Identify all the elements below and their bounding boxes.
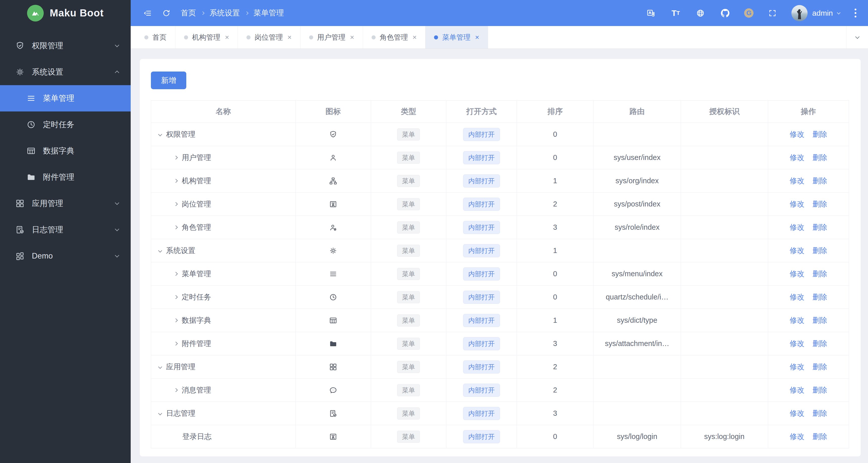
sidebar-item-grid-alt[interactable]: Demo	[0, 243, 131, 269]
edit-link[interactable]: 修改	[789, 293, 804, 301]
tab-dot	[184, 35, 188, 39]
expand-right-icon[interactable]	[174, 156, 178, 160]
delete-link[interactable]: 删除	[812, 386, 827, 394]
expand-down-icon[interactable]	[158, 132, 162, 136]
delete-link[interactable]: 删除	[812, 293, 827, 301]
expand-right-icon[interactable]	[174, 202, 178, 206]
column-header: 操作	[768, 100, 849, 123]
sidebar-item-gear[interactable]: 系统设置	[0, 59, 131, 85]
edit-link[interactable]: 修改	[789, 223, 804, 231]
sort-value: 2	[517, 379, 593, 402]
edit-link[interactable]: 修改	[789, 432, 804, 440]
expand-right-icon[interactable]	[174, 295, 178, 299]
close-icon[interactable]: ×	[287, 34, 291, 41]
expand-down-icon[interactable]	[158, 365, 162, 369]
close-icon[interactable]: ×	[412, 34, 416, 41]
edit-link[interactable]: 修改	[789, 339, 804, 347]
delete-link[interactable]: 删除	[812, 153, 827, 161]
type-badge: 菜单	[397, 431, 420, 443]
edit-link[interactable]: 修改	[789, 386, 804, 394]
fold-menu-button[interactable]	[142, 7, 153, 19]
route-value: sys/attachment/in…	[593, 332, 681, 355]
edit-link[interactable]: 修改	[789, 316, 804, 324]
breadcrumb-item[interactable]: 系统设置	[210, 8, 240, 18]
edit-link[interactable]: 修改	[789, 270, 804, 278]
breadcrumb: 首页系统设置菜单管理	[181, 8, 284, 18]
expand-right-icon[interactable]	[174, 179, 178, 183]
delete-link[interactable]: 删除	[812, 270, 827, 278]
fullscreen-button[interactable]	[767, 7, 778, 19]
expand-down-icon[interactable]	[158, 249, 162, 253]
sidebar-item-label: 数据字典	[43, 146, 119, 156]
expand-right-icon[interactable]	[174, 318, 178, 322]
sidebar-item-doc-check[interactable]: 日志管理	[0, 217, 131, 243]
expand-right-icon[interactable]	[174, 272, 178, 276]
type-badge: 菜单	[397, 268, 420, 280]
expand-right-icon[interactable]	[174, 225, 178, 229]
breadcrumb-item[interactable]: 菜单管理	[253, 8, 284, 18]
language-button[interactable]	[645, 7, 657, 19]
sidebar-item-folder[interactable]: 附件管理	[0, 164, 131, 190]
delete-link[interactable]: 删除	[812, 363, 827, 371]
tab-用户管理[interactable]: 用户管理×	[301, 26, 363, 49]
delete-link[interactable]: 删除	[812, 246, 827, 254]
tab-岗位管理[interactable]: 岗位管理×	[238, 26, 300, 49]
delete-link[interactable]: 删除	[812, 432, 827, 440]
tab-角色管理[interactable]: 角色管理×	[363, 26, 425, 49]
chat-icon	[329, 386, 337, 395]
menu-name: 日志管理	[166, 408, 195, 419]
doc-check-icon	[15, 225, 25, 235]
delete-link[interactable]: 删除	[812, 223, 827, 231]
edit-link[interactable]: 修改	[789, 200, 804, 208]
edit-link[interactable]: 修改	[789, 246, 804, 254]
menu-name: 系统设置	[166, 246, 195, 256]
close-icon[interactable]: ×	[225, 34, 229, 41]
close-icon[interactable]: ×	[475, 34, 479, 41]
table-grid-icon	[329, 316, 337, 325]
edit-link[interactable]: 修改	[789, 153, 804, 161]
edit-link[interactable]: 修改	[789, 363, 804, 371]
expand-down-icon[interactable]	[158, 411, 162, 415]
auth-value	[681, 309, 768, 332]
github-icon[interactable]	[719, 7, 731, 19]
gear-icon	[329, 246, 337, 255]
tab-首页[interactable]: 首页	[136, 26, 176, 49]
refresh-button[interactable]	[160, 7, 172, 19]
breadcrumb-item[interactable]: 首页	[181, 8, 196, 18]
delete-link[interactable]: 删除	[812, 339, 827, 347]
sidebar-item-menu-lines[interactable]: 菜单管理	[0, 85, 131, 112]
edit-link[interactable]: 修改	[789, 177, 804, 185]
sidebar-item-table-grid[interactable]: 数据字典	[0, 138, 131, 164]
tab-菜单管理[interactable]: 菜单管理×	[425, 26, 488, 49]
delete-link[interactable]: 删除	[812, 316, 827, 324]
menu-name: 角色管理	[182, 222, 211, 233]
more-options-button[interactable]	[853, 7, 858, 19]
font-size-button[interactable]: TT	[670, 7, 681, 19]
user-icon	[329, 153, 337, 162]
sidebar-item-clock[interactable]: 定时任务	[0, 112, 131, 138]
close-icon[interactable]: ×	[350, 34, 354, 41]
delete-link[interactable]: 删除	[812, 177, 827, 185]
add-button[interactable]: 新增	[151, 71, 186, 89]
sidebar-item-grid[interactable]: 应用管理	[0, 190, 131, 217]
delete-link[interactable]: 删除	[812, 409, 827, 417]
sidebar-item-shield-check[interactable]: 权限管理	[0, 33, 131, 59]
expand-right-icon[interactable]	[174, 388, 178, 392]
delete-link[interactable]: 删除	[812, 200, 827, 208]
chevron-up-icon	[115, 70, 119, 75]
gitee-icon[interactable]: G	[744, 8, 753, 18]
edit-link[interactable]: 修改	[789, 130, 804, 138]
delete-link[interactable]: 删除	[812, 130, 827, 138]
type-badge: 菜单	[397, 175, 420, 187]
app-logo[interactable]: Maku Boot	[0, 0, 131, 26]
chevron-down-icon	[855, 34, 859, 39]
user-menu[interactable]: admin	[792, 5, 840, 21]
menu-name: 用户管理	[182, 153, 211, 163]
edit-link[interactable]: 修改	[789, 409, 804, 417]
expand-right-icon[interactable]	[174, 342, 178, 346]
menu-name: 附件管理	[182, 339, 211, 349]
tab-机构管理[interactable]: 机构管理×	[176, 26, 238, 49]
open-mode-badge: 内部打开	[463, 290, 500, 304]
tabs-dropdown-button[interactable]	[846, 26, 868, 49]
globe-icon[interactable]	[694, 7, 706, 19]
